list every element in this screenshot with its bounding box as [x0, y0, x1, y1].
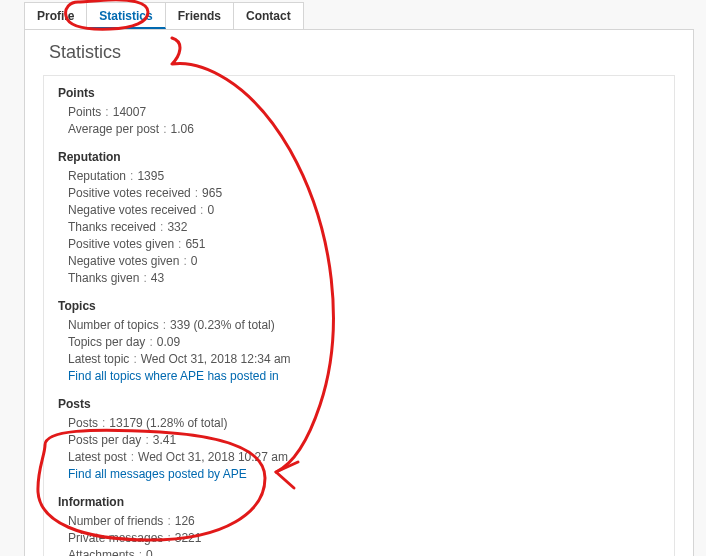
stat-label: Private messages: [68, 531, 163, 545]
tab-statistics[interactable]: Statistics: [87, 2, 165, 29]
stat-label: Latest post: [68, 450, 127, 464]
stat-topic-count: Number of topics:339 (0.23% of total): [68, 317, 660, 334]
stat-neg-votes-received: Negative votes received:0: [68, 202, 660, 219]
stat-value: 332: [167, 220, 187, 234]
stat-label: Negative votes received: [68, 203, 196, 217]
statistics-panel: Statistics Points Points:14007 Average p…: [24, 29, 694, 556]
tab-label: Statistics: [99, 9, 152, 23]
stat-label: Negative votes given: [68, 254, 179, 268]
stat-value: 13179 (1.28% of total): [109, 416, 227, 430]
stat-friend-count: Number of friends:126: [68, 513, 660, 530]
stat-latest-topic: Latest topic:Wed Oct 31, 2018 12:34 am: [68, 351, 660, 368]
stat-label: Posts per day: [68, 433, 141, 447]
section-posts-title: Posts: [58, 397, 660, 411]
tab-friends[interactable]: Friends: [166, 2, 234, 29]
stat-value: 651: [185, 237, 205, 251]
stat-avg-per-post: Average per post:1.06: [68, 121, 660, 138]
tab-profile[interactable]: Profile: [24, 2, 87, 29]
stat-label: Latest topic: [68, 352, 129, 366]
tab-label: Friends: [178, 9, 221, 23]
stat-latest-post: Latest post:Wed Oct 31, 2018 10:27 am: [68, 449, 660, 466]
link-number-of-topics[interactable]: Number of topics: [68, 318, 159, 332]
link-find-all-messages[interactable]: Find all messages posted by APE: [68, 467, 247, 481]
stat-pos-votes-given: Positive votes given:651: [68, 236, 660, 253]
stat-label: Points: [68, 105, 101, 119]
stat-points: Points:14007: [68, 104, 660, 121]
stat-pos-votes-received: Positive votes received:965: [68, 185, 660, 202]
section-information-title: Information: [58, 495, 660, 509]
stat-value: 0: [191, 254, 198, 268]
section-topics-title: Topics: [58, 299, 660, 313]
section-reputation-title: Reputation: [58, 150, 660, 164]
stat-value: 339 (0.23% of total): [170, 318, 275, 332]
stat-thanks-given: Thanks given:43: [68, 270, 660, 287]
stat-value: 0.09: [157, 335, 180, 349]
stat-label: Posts: [68, 416, 98, 430]
stat-value: 0: [146, 548, 153, 556]
stat-neg-votes-given: Negative votes given:0: [68, 253, 660, 270]
stat-value: 965: [202, 186, 222, 200]
stat-reputation: Reputation:1395: [68, 168, 660, 185]
stat-value: Wed Oct 31, 2018 10:27 am: [138, 450, 288, 464]
stat-thanks-received: Thanks received:332: [68, 219, 660, 236]
statistics-body: Points Points:14007 Average per post:1.0…: [43, 75, 675, 556]
stat-label: Topics per day: [68, 335, 145, 349]
page-title: Statistics: [49, 42, 675, 63]
tab-bar: Profile Statistics Friends Contact: [24, 2, 704, 29]
stat-label: Thanks received: [68, 220, 156, 234]
stat-private-messages: Private messages:3221: [68, 530, 660, 547]
section-points-title: Points: [58, 86, 660, 100]
stat-label: Reputation: [68, 169, 126, 183]
stat-label: Thanks given: [68, 271, 139, 285]
stat-label: Positive votes received: [68, 186, 191, 200]
link-find-posts-row: Find all messages posted by APE: [68, 466, 660, 483]
tab-label: Contact: [246, 9, 291, 23]
link-find-all-topics[interactable]: Find all topics where APE has posted in: [68, 369, 279, 383]
tab-label: Profile: [37, 9, 74, 23]
stat-value: Wed Oct 31, 2018 12:34 am: [141, 352, 291, 366]
stat-posts-per-day: Posts per day:3.41: [68, 432, 660, 449]
stat-label: Average per post: [68, 122, 159, 136]
stat-value: 43: [151, 271, 164, 285]
stat-label: Number of friends: [68, 514, 163, 528]
stat-value: 126: [175, 514, 195, 528]
link-find-topics-row: Find all topics where APE has posted in: [68, 368, 660, 385]
stat-label: Attachments: [68, 548, 135, 556]
stat-value: 1.06: [171, 122, 194, 136]
stat-value: 3.41: [153, 433, 176, 447]
stat-attachments: Attachments:0: [68, 547, 660, 556]
stat-post-count: Posts:13179 (1.28% of total): [68, 415, 660, 432]
stat-topics-per-day: Topics per day:0.09: [68, 334, 660, 351]
stat-label: Positive votes given: [68, 237, 174, 251]
tab-contact[interactable]: Contact: [234, 2, 304, 29]
stat-value: 0: [207, 203, 214, 217]
stat-value: 14007: [113, 105, 146, 119]
stat-value: 3221: [175, 531, 202, 545]
stat-value: 1395: [137, 169, 164, 183]
